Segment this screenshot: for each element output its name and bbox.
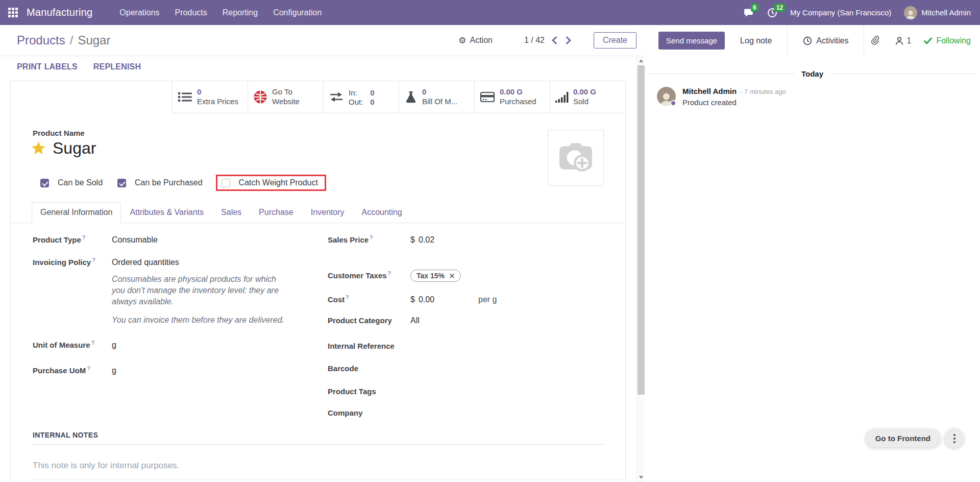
paperclip-icon	[871, 35, 881, 46]
product-image-upload[interactable]	[548, 130, 604, 186]
globe-icon	[253, 90, 267, 104]
internal-reference-label: Internal Reference	[328, 342, 410, 350]
replenish-button[interactable]: REPLENISH	[93, 62, 141, 71]
purchased-label: Purchased	[500, 97, 536, 107]
purchase-uom-value[interactable]: g	[112, 366, 116, 375]
chatter-message: Mitchell Admin - 7 minutes ago Product c…	[645, 87, 980, 107]
gear-icon: ⚙	[458, 35, 466, 46]
print-labels-button[interactable]: PRINT LABELS	[17, 62, 78, 71]
transfer-arrows-icon	[329, 91, 344, 103]
unit-of-measure-value[interactable]: g	[112, 341, 116, 350]
form-column-right: Sales Price? $ 0.02 Customer Taxes? Tax …	[328, 234, 614, 419]
activities-badge: 12	[774, 4, 785, 12]
pager-next-button[interactable]	[564, 35, 573, 46]
help-tooltip-icon: ?	[92, 257, 95, 263]
checkbox-checked-icon	[117, 179, 126, 187]
product-type-value[interactable]: Consumable	[112, 235, 158, 245]
menu-reporting[interactable]: Reporting	[215, 0, 265, 25]
catch-weight-highlight-box: Catch Weight Product	[216, 175, 326, 191]
purchased-button[interactable]: 0.00 G Purchased	[474, 81, 550, 113]
breadcrumb-separator: /	[70, 33, 74, 47]
catch-weight-label: Catch Weight Product	[239, 178, 318, 187]
divider	[787, 25, 788, 56]
check-icon	[924, 37, 932, 44]
tab-sales[interactable]: Sales	[212, 202, 250, 223]
extra-prices-button[interactable]: 0 Extra Prices	[172, 81, 248, 113]
go-to-website-button[interactable]: Go To Website	[248, 81, 323, 113]
favorite-star-icon[interactable]	[31, 141, 46, 156]
internal-notes-input[interactable]: This note is only for internal purposes.	[33, 461, 604, 471]
log-note-button[interactable]: Log note	[740, 36, 772, 45]
action-menu-button[interactable]: ⚙ Action	[458, 35, 493, 46]
purchase-uom-label: Purchase UoM?	[33, 365, 112, 375]
go-to-frontend-button[interactable]: Go to Frontend	[866, 429, 940, 447]
menu-configuration[interactable]: Configuration	[265, 0, 329, 25]
tab-accounting[interactable]: Accounting	[353, 202, 411, 223]
product-name-input[interactable]: Sugar	[53, 139, 96, 158]
fab-more-options-button[interactable]	[945, 429, 964, 448]
followers-button[interactable]: 1	[895, 36, 912, 45]
cost-value[interactable]: $ 0.00	[410, 295, 467, 304]
menu-products[interactable]: Products	[167, 0, 215, 25]
vertical-scrollbar[interactable]	[636, 56, 645, 482]
schedule-activity-button[interactable]: Activities	[803, 36, 848, 45]
message-timestamp: - 7 minutes ago	[740, 88, 786, 95]
extra-prices-value: 0	[197, 87, 238, 97]
section-divider	[33, 479, 625, 479]
control-panel: Products / Sugar ⚙ Action 1 / 42	[0, 25, 645, 56]
cost-uom-suffix: per g	[478, 295, 497, 304]
catch-weight-checkbox[interactable]: Catch Weight Product	[222, 178, 318, 187]
invoicing-policy-value[interactable]: Ordered quantities	[112, 258, 179, 267]
scrollbar-thumb[interactable]	[638, 65, 645, 395]
help-tooltip-icon: ?	[370, 234, 373, 240]
unit-of-measure-label: Unit of Measure?	[33, 340, 112, 349]
send-message-button[interactable]: Send message	[658, 32, 725, 50]
date-separator: Today	[649, 69, 976, 78]
message-author[interactable]: Mitchell Admin	[682, 87, 737, 95]
customer-tax-tag[interactable]: Tax 15% ✕	[410, 270, 461, 282]
pager-previous-button[interactable]	[550, 35, 559, 46]
user-menu[interactable]: Mitchell Admin	[904, 6, 971, 19]
menu-operations[interactable]: Operations	[112, 0, 167, 25]
can-be-sold-checkbox[interactable]: Can be Sold	[40, 178, 103, 187]
breadcrumb-products-link[interactable]: Products	[17, 33, 65, 47]
inventory-in-out-button[interactable]: In: 0 Out: 0	[323, 81, 399, 113]
clock-icon	[803, 36, 812, 45]
product-category-value[interactable]: All	[410, 316, 420, 325]
form-sheet: 0 Extra Prices Go To Website	[10, 81, 626, 482]
app-name[interactable]: Manufacturing	[27, 7, 92, 18]
currency-symbol: $	[410, 295, 415, 304]
scroll-up-arrow[interactable]	[639, 59, 643, 62]
tab-purchase[interactable]: Purchase	[250, 202, 302, 223]
following-button[interactable]: Following	[924, 36, 971, 45]
tab-general-information[interactable]: General Information	[32, 202, 121, 223]
top-menus: Operations Products Reporting Configurat…	[112, 0, 329, 25]
apps-menu-icon[interactable]	[8, 8, 18, 17]
product-options-row: Can be Sold Can be Purchased Catch Weigh…	[40, 175, 326, 191]
messages-button[interactable]: 6	[744, 8, 754, 18]
can-be-purchased-label: Can be Purchased	[135, 178, 203, 187]
company-switcher[interactable]: My Company (San Francisco)	[790, 8, 891, 17]
remove-tag-icon[interactable]: ✕	[449, 272, 455, 280]
invoicing-policy-label: Invoicing Policy?	[33, 257, 112, 267]
bill-of-materials-button[interactable]: 0 Bill Of M...	[399, 81, 474, 113]
activities-button[interactable]: 12	[767, 8, 777, 18]
can-be-purchased-checkbox[interactable]: Can be Purchased	[117, 178, 203, 187]
out-value: 0	[370, 98, 374, 106]
attach-files-button[interactable]	[871, 35, 881, 46]
cost-label: Cost?	[328, 294, 410, 304]
create-button[interactable]: Create	[594, 32, 636, 49]
messages-badge: 6	[751, 4, 758, 12]
tab-attributes-variants[interactable]: Attributes & Variants	[121, 202, 212, 223]
sales-price-value[interactable]: $ 0.02	[410, 235, 467, 245]
breadcrumb-current: Sugar	[78, 33, 110, 47]
tab-inventory[interactable]: Inventory	[302, 202, 353, 223]
sold-button[interactable]: 0.00 G Sold	[550, 81, 625, 113]
product-category-label: Product Category	[328, 316, 410, 325]
control-panel-right: ⚙ Action 1 / 42 Create	[458, 32, 636, 49]
in-label: In:	[349, 88, 363, 97]
out-label: Out:	[349, 98, 363, 106]
scroll-down-arrow[interactable]	[639, 476, 643, 479]
message-author-avatar[interactable]	[657, 87, 676, 106]
pager: 1 / 42	[524, 35, 573, 46]
